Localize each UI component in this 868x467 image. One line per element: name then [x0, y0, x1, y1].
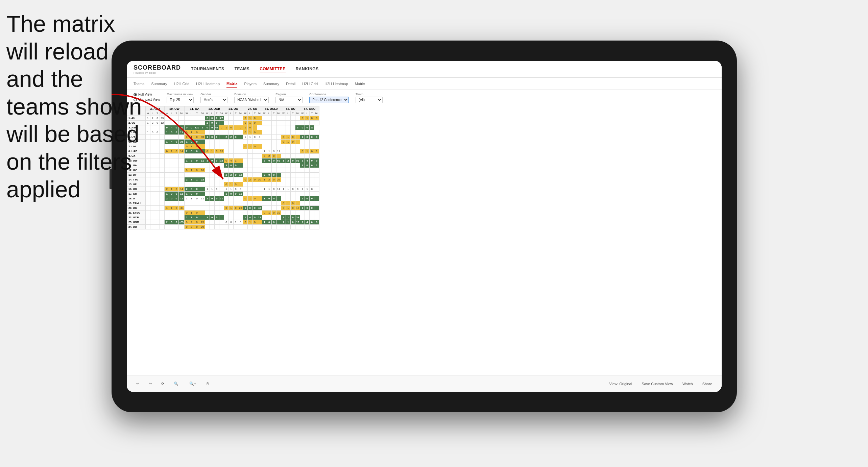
table-row: 5. UT0103510022011000101000	[127, 135, 319, 140]
matrix-cell	[214, 154, 219, 158]
matrix-cell	[243, 201, 248, 206]
matrix-cell	[271, 201, 276, 206]
sub-nav-h2h-heatmap[interactable]: H2H Heatmap	[196, 80, 220, 87]
matrix-cell	[174, 215, 179, 220]
sub-nav-summary[interactable]: Summary	[151, 80, 167, 87]
matrix-cell	[267, 116, 271, 121]
zoom-in-btn[interactable]: 🔍+	[187, 380, 199, 387]
matrix-cell	[267, 144, 271, 149]
matrix-cell: 1	[184, 192, 189, 196]
matrix-cell	[233, 116, 238, 121]
matrix-area[interactable]: 3. ASU 10. UW 11. UA 22. UCB 24. UO 27. …	[127, 106, 722, 372]
matrix-cell	[146, 225, 150, 229]
nav-teams[interactable]: TEAMS	[235, 65, 250, 73]
matrix-cell	[174, 182, 179, 187]
matrix-cell	[262, 163, 267, 168]
sub-l-su: L	[248, 111, 252, 116]
save-custom-btn[interactable]: Save Custom View	[639, 380, 676, 387]
zoom-out-btn[interactable]: 🔍-	[171, 380, 183, 387]
sub-nav-players-h2h-grid[interactable]: H2H Grid	[302, 80, 318, 87]
matrix-cell	[290, 173, 295, 177]
matrix-cell: 4	[169, 125, 174, 130]
matrix-cell	[281, 182, 286, 187]
matrix-cell: 0	[300, 125, 305, 130]
sub-l-ucb: L	[210, 111, 214, 116]
matrix-cell	[257, 158, 262, 163]
matrix-cell	[184, 173, 189, 177]
sub-nav-players-matrix[interactable]: Matrix	[355, 80, 365, 87]
watch-btn[interactable]: Watch	[680, 380, 696, 387]
refresh-btn[interactable]: ⟳	[159, 380, 167, 387]
matrix-cell	[314, 177, 319, 182]
matrix-cell	[160, 201, 165, 206]
sub-nav-matrix[interactable]: Matrix	[226, 80, 237, 88]
matrix-cell	[267, 201, 271, 206]
matrix-cell	[150, 215, 155, 220]
matrix-cell	[252, 158, 257, 163]
matrix-cell: 1	[189, 177, 194, 182]
sub-nav-h2h-grid[interactable]: H2H Grid	[174, 80, 189, 87]
nav-rankings[interactable]: RANKINGS	[296, 65, 319, 73]
matrix-cell	[262, 206, 267, 211]
matrix-cell: 0	[210, 158, 214, 163]
matrix-cell	[219, 182, 224, 187]
matrix-cell	[295, 173, 300, 177]
undo-btn[interactable]: ↩	[134, 380, 142, 387]
sub-nav-players[interactable]: Players	[244, 80, 257, 87]
matrix-cell: 0	[155, 121, 160, 125]
matrix-cell: 0	[305, 163, 310, 168]
matrix-cell: 2	[165, 196, 169, 201]
matrix-cell	[174, 158, 179, 163]
share-btn[interactable]: Share	[700, 380, 715, 387]
max-teams-select[interactable]: Top 25	[167, 97, 194, 103]
matrix-cell	[271, 215, 276, 220]
matrix-cell	[219, 140, 224, 144]
redo-btn[interactable]: ↪	[146, 380, 154, 387]
matrix-cell	[262, 121, 267, 125]
clock-btn[interactable]: ⏱	[203, 380, 212, 387]
matrix-cell	[210, 140, 214, 144]
matrix-cell: 0	[290, 215, 295, 220]
matrix-cell	[165, 182, 169, 187]
sub-nav-detail[interactable]: Detail	[286, 80, 295, 87]
region-select[interactable]: N/A	[275, 97, 303, 103]
matrix-cell	[305, 177, 310, 182]
nav-tournaments[interactable]: TOURNAMENTS	[191, 65, 224, 73]
matrix-cell	[210, 211, 214, 215]
matrix-cell: 0	[214, 116, 219, 121]
table-row: 8. UAF0101420001015110110101	[127, 149, 319, 154]
matrix-cell	[214, 140, 219, 144]
matrix-cell	[165, 121, 169, 125]
matrix-cell: 1	[314, 149, 319, 154]
matrix-cell: 2	[200, 125, 205, 130]
matrix-cell: 0	[194, 158, 200, 163]
sub-nav-players-summary[interactable]: Summary	[263, 80, 279, 87]
matrix-cell: 11	[179, 130, 185, 135]
matrix-cell	[286, 192, 290, 196]
matrix-cell: 0	[271, 177, 276, 182]
conference-select[interactable]: Pac-12 Conference	[309, 97, 349, 103]
matrix-cell	[262, 140, 267, 144]
matrix-cell	[233, 144, 238, 149]
gender-select[interactable]: Men's	[200, 97, 227, 103]
matrix-cell: 11	[219, 196, 224, 201]
team-select[interactable]: (All)	[356, 97, 383, 103]
matrix-cell: 0	[310, 206, 314, 211]
matrix-cell	[219, 173, 224, 177]
matrix-cell: 0	[252, 135, 257, 140]
matrix-cell: 2	[281, 215, 286, 220]
matrix-cell: 1	[248, 196, 252, 201]
matrix-cell: 1	[228, 206, 233, 211]
matrix-cell	[228, 149, 233, 154]
matrix-cell	[179, 135, 185, 140]
division-select[interactable]: NCAA Division I	[234, 97, 269, 103]
nav-committee[interactable]: COMMITTEE	[260, 65, 286, 73]
matrix-cell	[160, 206, 165, 211]
view-original-btn[interactable]: View: Original	[606, 380, 635, 387]
matrix-cell: 0	[290, 220, 295, 225]
matrix-cell	[271, 144, 276, 149]
matrix-cell: 2	[267, 154, 271, 158]
matrix-cell	[179, 182, 185, 187]
matrix-cell	[314, 173, 319, 177]
sub-nav-players-h2h-heatmap[interactable]: H2H Heatmap	[324, 80, 348, 87]
